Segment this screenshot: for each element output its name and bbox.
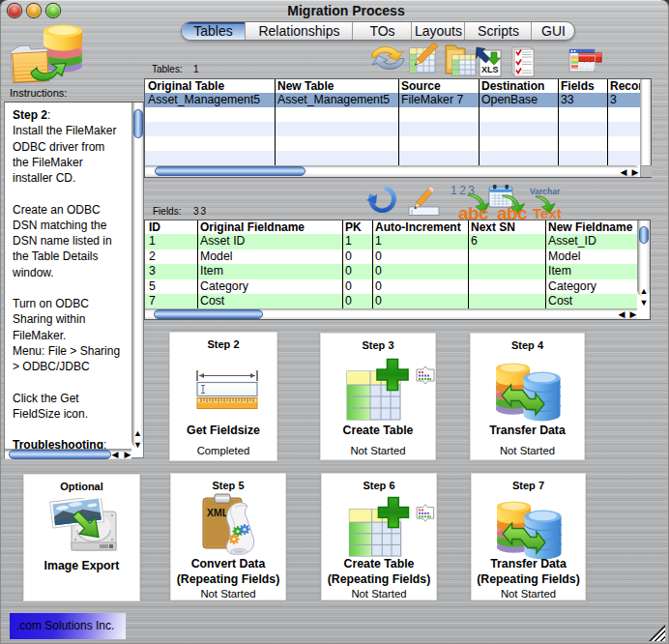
svg-text:Varchar: Varchar (530, 187, 561, 196)
svg-text:I: I (411, 209, 413, 216)
svg-text:XLS: XLS (481, 65, 499, 74)
